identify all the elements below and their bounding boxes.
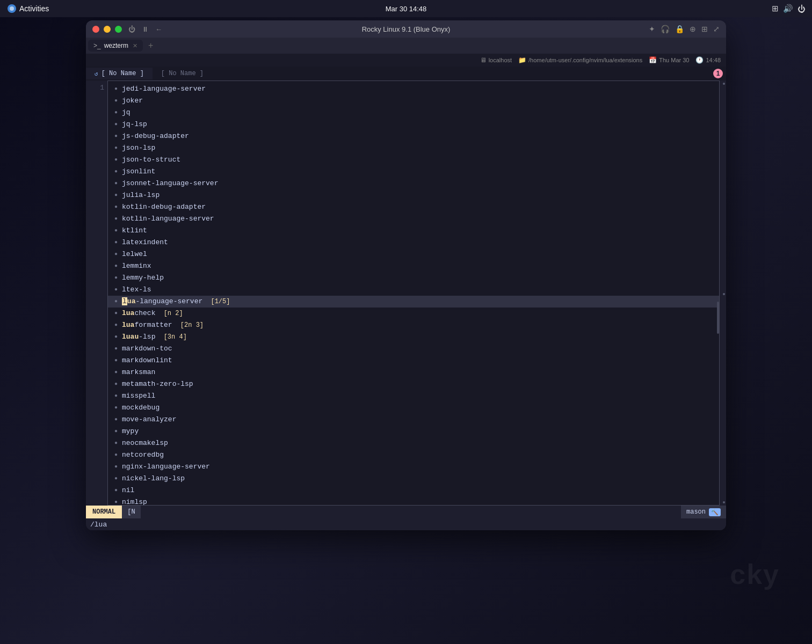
- mason-item-ktlint[interactable]: ● ktlint: [108, 225, 719, 237]
- mason-item-json-to-struct[interactable]: ● json-to-struct: [108, 154, 719, 166]
- item-name: misspell: [122, 391, 155, 401]
- mason-item-joker[interactable]: ● joker: [108, 95, 719, 107]
- headset-icon[interactable]: 🎧: [661, 25, 670, 33]
- item-name: nil: [122, 485, 134, 496]
- window-icon[interactable]: ⊞: [701, 25, 708, 33]
- mason-item-jedi[interactable]: ● jedi-language-server: [108, 83, 719, 95]
- wezterm-tab[interactable]: >_ wezterm ✕: [88, 40, 143, 52]
- line-numbers: 1: [86, 80, 107, 506]
- bullet-icon: ●: [114, 343, 118, 354]
- gutter-dot-bot: [723, 501, 725, 503]
- mason-item-marksman[interactable]: ● marksman: [108, 367, 719, 378]
- back-icon[interactable]: ←: [155, 25, 162, 33]
- mason-item-lua-ls[interactable]: ● lua-language-server [1/5]: [108, 296, 719, 308]
- gnome-topbar: Activities Mar 30 14:48 ⊞ 🔊 ⏻: [0, 0, 812, 17]
- statusline: NORMAL [N mason 🔨: [86, 506, 726, 518]
- scrollbar-thumb[interactable]: [717, 302, 719, 334]
- item-name: jsonnet-language-server: [122, 178, 218, 189]
- item-name: move-analyzer: [122, 414, 176, 425]
- mason-item-kotlin-debug[interactable]: ● kotlin-debug-adapter: [108, 201, 719, 213]
- mason-item-mypy[interactable]: ● mypy: [108, 426, 719, 437]
- item-name: luaformatter: [122, 320, 172, 331]
- mason-item-mockdebug[interactable]: ● mockdebug: [108, 402, 719, 414]
- mason-item-jsonlint[interactable]: ● jsonlint: [108, 166, 719, 178]
- network-icon[interactable]: ⊞: [772, 4, 779, 13]
- pause-icon[interactable]: ⏸: [142, 25, 149, 33]
- item-name: nimlsp: [122, 497, 147, 505]
- item-name: julia-lsp: [122, 190, 160, 201]
- item-name: lemmy-help: [122, 273, 164, 283]
- mason-item-jsonnet[interactable]: ● jsonnet-language-server: [108, 178, 719, 189]
- mason-item-nginx[interactable]: ● nginx-language-server: [108, 461, 719, 473]
- traffic-lights: [92, 26, 122, 33]
- bullet-icon: ●: [114, 284, 118, 295]
- speaker-icon[interactable]: 🔊: [783, 4, 793, 13]
- mason-item-markdownlint[interactable]: ● markdownlint: [108, 355, 719, 367]
- new-tab-button[interactable]: +: [145, 41, 156, 50]
- mason-item-move-analyzer[interactable]: ● move-analyzer: [108, 414, 719, 426]
- mason-item-markdown-toc[interactable]: ● markdown-toc: [108, 343, 719, 355]
- mason-item-nil[interactable]: ● nil: [108, 485, 719, 496]
- mason-item-jq[interactable]: ● jq: [108, 107, 719, 119]
- power-icon[interactable]: ⏻: [128, 25, 135, 33]
- mason-item-lelwel[interactable]: ● lelwel: [108, 248, 719, 260]
- gutter-dot-mid: [723, 293, 725, 295]
- item-badge: [2n 3]: [177, 320, 204, 331]
- mason-item-julia[interactable]: ● julia-lsp: [108, 189, 719, 201]
- mason-item-latexindent[interactable]: ● latexindent: [108, 237, 719, 248]
- bullet-icon: ●: [114, 332, 118, 342]
- item-name: kotlin-language-server: [122, 214, 214, 224]
- brightness-icon[interactable]: ✦: [649, 25, 655, 33]
- bullet-icon: ●: [114, 402, 118, 413]
- mason-item-lemminx[interactable]: ● lemminx: [108, 260, 719, 272]
- item-name: luau-lsp: [122, 332, 155, 342]
- mason-item-metamath[interactable]: ● metamath-zero-lsp: [108, 378, 719, 390]
- bullet-icon: ●: [114, 473, 118, 484]
- minimize-button[interactable]: [104, 26, 111, 33]
- mason-item-jq-lsp[interactable]: ● jq-lsp: [108, 119, 719, 130]
- mason-item-neocmakelsp[interactable]: ● neocmakelsp: [108, 437, 719, 449]
- time-text: 14:48: [706, 57, 721, 63]
- mason-item-luacheck[interactable]: ● luacheck [n 2]: [108, 308, 719, 319]
- maximize-button[interactable]: [115, 26, 122, 33]
- activities-button[interactable]: Activities: [6, 3, 49, 14]
- gutter-dot-top: [723, 83, 725, 85]
- nvim-tab-2[interactable]: [ No Name ]: [153, 68, 212, 79]
- power-icon[interactable]: ⏻: [798, 4, 806, 13]
- mason-item-js-debug[interactable]: ● js-debug-adapter: [108, 130, 719, 142]
- mason-item-luau-lsp[interactable]: ● luau-lsp [3n 4]: [108, 331, 719, 343]
- close-button[interactable]: [92, 26, 99, 33]
- bullet-icon: ●: [114, 308, 118, 319]
- title-bar-controls: ⏻ ⏸ ←: [128, 25, 162, 33]
- time-item: 🕐 14:48: [695, 56, 721, 64]
- fullscreen-icon[interactable]: ⤢: [713, 25, 720, 33]
- terminal-icon: >_: [93, 42, 101, 49]
- mason-item-misspell[interactable]: ● misspell: [108, 390, 719, 402]
- item-name: nickel-lang-lsp: [122, 473, 185, 484]
- tab-close-button[interactable]: ✕: [133, 42, 137, 49]
- mason-item-ltex[interactable]: ● ltex-ls: [108, 284, 719, 296]
- mason-item-json-lsp[interactable]: ● json-lsp: [108, 142, 719, 154]
- lock-icon[interactable]: 🔒: [675, 25, 684, 33]
- bullet-icon: ●: [114, 485, 118, 496]
- bullet-icon: ●: [114, 462, 118, 472]
- cmdline[interactable]: /lua: [86, 518, 726, 530]
- mason-item-nimlsp[interactable]: ● nimlsp: [108, 496, 719, 505]
- title-bar-right: ✦ 🎧 🔒 ⊕ ⊞ ⤢: [649, 25, 720, 33]
- mason-item-kotlin-ls[interactable]: ● kotlin-language-server: [108, 213, 719, 225]
- bullet-icon: ●: [114, 438, 118, 449]
- mason-popup[interactable]: ● jedi-language-server ● joker ● jq ● jq…: [107, 80, 720, 506]
- clock-icon: 🕐: [695, 56, 704, 64]
- nvim-tabline: ↺ [ No Name ] [ No Name ] 1: [86, 67, 726, 80]
- mason-item-netcoredbg[interactable]: ● netcoredbg: [108, 449, 719, 461]
- nvim-tab-1[interactable]: ↺ [ No Name ]: [86, 68, 153, 79]
- mason-item-luaformatter[interactable]: ● luaformatter [2n 3]: [108, 319, 719, 331]
- item-name: neocmakelsp: [122, 438, 168, 449]
- mason-item-nickel[interactable]: ● nickel-lang-lsp: [108, 473, 719, 485]
- match-highlight: lua: [122, 309, 134, 317]
- bullet-icon: ●: [114, 497, 118, 505]
- bullet-icon: ●: [114, 355, 118, 366]
- mason-item-lemmy[interactable]: ● lemmy-help: [108, 272, 719, 284]
- mason-icon: 🔨: [709, 508, 721, 516]
- search-icon[interactable]: ⊕: [690, 25, 696, 33]
